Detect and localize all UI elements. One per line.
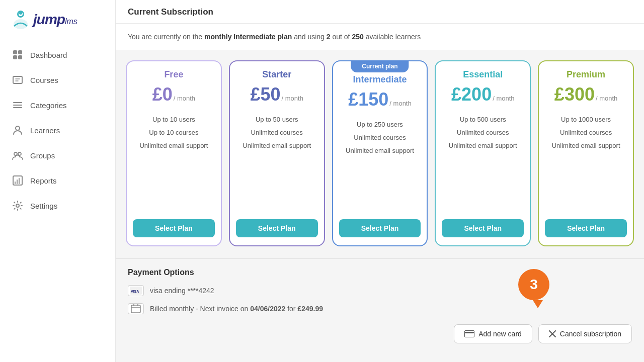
- sidebar-item-dashboard[interactable]: Dashboard: [0, 42, 115, 67]
- sidebar-item-settings[interactable]: Settings: [0, 193, 115, 218]
- price-amount: £0: [152, 84, 173, 105]
- plan-feature: Up to 250 users: [346, 118, 414, 131]
- section-title: Current Subscription: [128, 7, 632, 17]
- plan-card-free: Free £0 / month Up to 10 usersUp to 10 c…: [126, 60, 222, 246]
- sidebar-item-learners-label: Learners: [30, 126, 60, 135]
- plan-feature: Unlimited email support: [243, 139, 311, 152]
- sidebar-item-reports-label: Reports: [30, 176, 57, 185]
- svg-rect-7: [18, 55, 22, 59]
- price-amount: £50: [250, 84, 280, 105]
- tooltip-badge: 3: [518, 269, 553, 304]
- plan-select-button-intermediate[interactable]: Select Plan: [339, 219, 421, 237]
- sidebar-item-courses[interactable]: Courses: [0, 67, 115, 93]
- settings-icon: [12, 200, 23, 211]
- plan-feature: Unlimited courses: [552, 126, 620, 139]
- calendar-icon: [128, 303, 144, 314]
- plan-feature: Up to 500 users: [449, 113, 517, 126]
- plan-feature: Unlimited email support: [346, 144, 414, 157]
- sidebar-item-reports[interactable]: Reports: [0, 168, 115, 193]
- price-amount: £200: [451, 84, 492, 105]
- plan-card-starter: Starter £50 / month Up to 50 usersUnlimi…: [229, 60, 325, 246]
- subscription-text-suffix: available learners: [364, 33, 421, 41]
- price-period: / month: [596, 95, 617, 102]
- add-new-card-button[interactable]: Add new card: [454, 324, 532, 343]
- subscription-plan-bold: monthly Intermediate plan: [204, 33, 292, 41]
- plan-feature: Unlimited email support: [139, 139, 208, 152]
- plan-select-button-premium[interactable]: Select Plan: [545, 219, 627, 237]
- price-amount: £300: [554, 84, 595, 105]
- plan-feature: Unlimited email support: [449, 139, 517, 152]
- svg-point-19: [16, 204, 19, 207]
- plan-name: Starter: [262, 69, 291, 80]
- plans-container: Free £0 / month Up to 10 usersUp to 10 c…: [116, 50, 644, 258]
- logo-jump: jump: [33, 12, 65, 27]
- plan-price: £200 / month: [451, 84, 514, 105]
- learners-icon: [12, 125, 23, 136]
- cancel-label: Cancel subscription: [560, 330, 621, 338]
- svg-rect-4: [13, 50, 17, 54]
- plan-feature: Up to 10 courses: [139, 126, 208, 139]
- visa-card-icon: VISA: [128, 285, 144, 296]
- main-content: Current Subscription You are currently o…: [116, 0, 644, 362]
- current-plan-badge: Current plan: [351, 60, 409, 72]
- courses-icon: [12, 74, 23, 85]
- plan-price: £0 / month: [152, 84, 195, 105]
- svg-rect-8: [13, 76, 22, 83]
- subscription-info: You are currently on the monthly Interme…: [116, 24, 644, 50]
- plan-features-list: Up to 250 usersUnlimited coursesUnlimite…: [346, 118, 414, 211]
- sidebar: jumplms Dashboard Courses: [0, 0, 116, 362]
- plan-feature: Up to 10 users: [139, 113, 208, 126]
- subscription-total: 250: [352, 33, 363, 41]
- cancel-icon: [549, 330, 556, 337]
- plan-select-button-essential[interactable]: Select Plan: [442, 219, 524, 237]
- plan-feature: Up to 50 users: [243, 113, 311, 126]
- plan-feature: Unlimited email support: [552, 139, 620, 152]
- plan-features-list: Up to 1000 usersUnlimited coursesUnlimit…: [552, 113, 620, 211]
- subscription-text-of: out of: [331, 33, 352, 41]
- plan-name: Free: [164, 69, 183, 80]
- logo: jumplms: [0, 0, 115, 37]
- sidebar-item-groups[interactable]: Groups: [0, 143, 115, 168]
- tooltip-arrow: [533, 300, 543, 308]
- svg-rect-15: [13, 176, 22, 185]
- categories-icon: [12, 100, 23, 111]
- plan-feature: Unlimited courses: [346, 131, 414, 144]
- plan-features-list: Up to 10 usersUp to 10 coursesUnlimited …: [139, 113, 208, 211]
- plan-select-button-starter[interactable]: Select Plan: [236, 219, 318, 237]
- svg-point-3: [19, 12, 22, 15]
- billing-row: Billed monthly - Next invoice on 04/06/2…: [128, 303, 632, 314]
- subscription-text-prefix: You are currently on the: [128, 33, 204, 41]
- dashboard-icon: [12, 49, 23, 60]
- payment-section: Payment Options VISA visa ending ****424…: [116, 258, 644, 355]
- plan-features-list: Up to 500 usersUnlimited coursesUnlimite…: [449, 113, 517, 211]
- svg-rect-22: [131, 305, 140, 313]
- sidebar-item-learners[interactable]: Learners: [0, 118, 115, 143]
- sidebar-item-settings-label: Settings: [30, 202, 57, 210]
- svg-text:VISA: VISA: [131, 290, 139, 293]
- plan-price: £150 / month: [348, 89, 411, 110]
- subscription-using: 2: [327, 33, 331, 41]
- price-period: / month: [174, 95, 195, 102]
- subscription-text-mid: and using: [292, 33, 327, 41]
- sidebar-navigation: Dashboard Courses Categories Lea: [0, 37, 115, 223]
- visa-label: visa ending ****4242: [150, 287, 214, 295]
- plan-name: Intermediate: [353, 74, 407, 85]
- plan-feature: Unlimited courses: [449, 126, 517, 139]
- price-period: / month: [389, 100, 411, 107]
- plan-feature: Up to 1000 users: [552, 113, 620, 126]
- plan-price: £50 / month: [250, 84, 303, 105]
- plan-price: £300 / month: [554, 84, 617, 105]
- cancel-subscription-button[interactable]: Cancel subscription: [538, 324, 632, 343]
- sidebar-item-courses-label: Courses: [30, 76, 58, 84]
- sidebar-item-categories-label: Categories: [30, 101, 67, 110]
- plan-card-intermediate: Current plan Intermediate £150 / month U…: [332, 60, 428, 246]
- plan-name: Essential: [463, 69, 503, 80]
- plan-select-button-free[interactable]: Select Plan: [133, 219, 215, 237]
- price-period: / month: [493, 95, 514, 102]
- sidebar-item-categories[interactable]: Categories: [0, 93, 115, 118]
- svg-rect-6: [13, 55, 17, 59]
- tooltip-circle: 3: [518, 269, 549, 300]
- svg-rect-5: [18, 50, 22, 54]
- svg-rect-27: [464, 332, 474, 333]
- card-icon: [464, 330, 474, 337]
